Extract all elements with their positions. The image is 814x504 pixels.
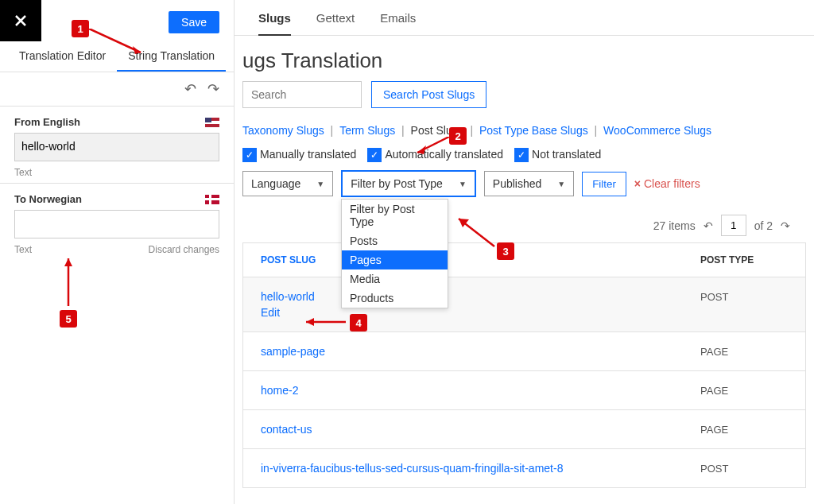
- to-meta: Text Discard changes: [14, 244, 219, 255]
- menu-item-media[interactable]: Media: [342, 269, 448, 289]
- main-tabs: Slugs Gettext Emails: [235, 0, 814, 36]
- checkbox-auto[interactable]: ✓: [367, 148, 382, 162]
- to-norwegian-section: To Norwegian Text Discard changes: [0, 184, 234, 260]
- subtab-taxonomy[interactable]: Taxonomy Slugs: [242, 124, 324, 137]
- post-type-text: PAGE: [700, 424, 728, 436]
- col-type-header: POST TYPE: [700, 254, 788, 266]
- arrow-3-icon: [455, 215, 502, 250]
- menu-item-filter[interactable]: Filter by Post Type: [342, 200, 448, 231]
- slug-link[interactable]: contact-us: [261, 423, 312, 436]
- chevron-down-icon: ▼: [459, 180, 467, 188]
- pagination-page-input[interactable]: [721, 215, 746, 236]
- chevron-down-icon: ▼: [557, 180, 565, 188]
- menu-item-pages[interactable]: Pages: [342, 250, 448, 269]
- close-icon: [14, 14, 27, 27]
- close-button[interactable]: [0, 0, 41, 41]
- flag-no-icon: [205, 195, 219, 204]
- marker-4: 4: [350, 314, 367, 331]
- checkbox-not[interactable]: ✓: [514, 148, 529, 162]
- status-dropdown[interactable]: Published▼: [484, 171, 574, 196]
- arrow-2-icon: [413, 137, 453, 161]
- filter-button[interactable]: Filter: [582, 172, 626, 196]
- discard-changes-link[interactable]: Discard changes: [149, 244, 219, 255]
- pagination-total: of 2: [754, 219, 773, 232]
- table-row[interactable]: home-2 PAGE: [242, 371, 806, 410]
- prev-arrow-icon[interactable]: ↶: [184, 80, 196, 98]
- flag-us-icon: [205, 118, 219, 127]
- post-type-text: PAGE: [700, 385, 728, 397]
- save-button[interactable]: Save: [169, 11, 219, 33]
- slug-link[interactable]: home-2: [261, 384, 298, 397]
- checkbox-not-wrap: ✓Not translated: [514, 148, 601, 162]
- marker-5: 5: [60, 310, 77, 328]
- checkbox-manual-wrap: ✓Manually translated: [242, 148, 356, 162]
- marker-1: 1: [72, 20, 89, 37]
- posttype-dropdown[interactable]: Filter by Post Type▼: [341, 170, 476, 197]
- to-meta-text: Text: [14, 244, 32, 255]
- from-meta-text: Text: [14, 167, 32, 178]
- subtab-posttype[interactable]: Post Type Base Slugs: [479, 124, 588, 137]
- menu-item-products[interactable]: Products: [342, 289, 448, 308]
- from-english-section: From English hello-world Text: [0, 107, 234, 184]
- next-arrow-icon[interactable]: ↷: [207, 80, 219, 98]
- slug-link[interactable]: in-viverra-faucibus-tellus-sed-cursus-qu…: [261, 462, 563, 475]
- subtab-woo[interactable]: WooCommerce Slugs: [603, 124, 711, 137]
- slug-table: POST SLUG POST TYPE hello-world Edit POS…: [235, 242, 814, 488]
- page-title: ugs Translation: [235, 36, 814, 81]
- checkbox-manual[interactable]: ✓: [242, 148, 257, 162]
- arrow-1-icon: [89, 29, 153, 60]
- sidebar: Save Translation Editor String Translati…: [0, 0, 235, 504]
- search-row: Search Post Slugs: [235, 81, 814, 124]
- arrow-5-icon: [64, 254, 73, 310]
- language-dropdown[interactable]: Language▼: [242, 171, 333, 196]
- marker-2: 2: [449, 127, 467, 145]
- subtabs: Taxonomy Slugs | Term Slugs | Post Slugs…: [235, 124, 814, 148]
- to-label: To Norwegian: [14, 193, 82, 205]
- slug-link[interactable]: hello-world: [261, 290, 315, 303]
- tab-emails[interactable]: Emails: [380, 11, 416, 35]
- to-label-row: To Norwegian: [14, 193, 219, 205]
- from-label-row: From English: [14, 116, 219, 128]
- pagination-prev-icon[interactable]: ↶: [704, 219, 713, 232]
- posttype-dropdown-menu: Filter by Post Type Posts Pages Media Pr…: [341, 199, 448, 308]
- checkbox-not-label: Not translated: [532, 148, 601, 161]
- table-head: POST SLUG POST TYPE: [242, 242, 806, 277]
- chevron-down-icon: ▼: [316, 180, 324, 188]
- table-row[interactable]: sample-page PAGE: [242, 332, 806, 371]
- arrow-4-icon: [302, 317, 350, 327]
- status-label: Published: [493, 177, 542, 190]
- main-content: Slugs Gettext Emails ugs Translation Sea…: [235, 0, 814, 504]
- from-meta: Text: [14, 167, 219, 178]
- menu-item-posts[interactable]: Posts: [342, 231, 448, 250]
- from-label: From English: [14, 116, 80, 128]
- tab-gettext[interactable]: Gettext: [316, 11, 355, 35]
- col-slug-header[interactable]: POST SLUG: [261, 254, 700, 266]
- from-english-input[interactable]: hello-world: [14, 133, 219, 161]
- marker-3: 3: [497, 242, 514, 260]
- tab-slugs[interactable]: Slugs: [258, 11, 291, 36]
- post-type-text: POST: [700, 463, 728, 475]
- language-label: Language: [251, 177, 300, 190]
- table-row[interactable]: in-viverra-faucibus-tellus-sed-cursus-qu…: [242, 449, 806, 488]
- nav-arrows: ↶ ↷: [0, 72, 234, 107]
- table-row[interactable]: contact-us PAGE: [242, 410, 806, 449]
- search-input[interactable]: [242, 81, 362, 108]
- posttype-label: Filter by Post Type: [351, 177, 443, 190]
- checkbox-manual-label: Manually translated: [260, 148, 356, 161]
- post-type-text: POST: [700, 291, 728, 303]
- pagination-next-icon[interactable]: ↷: [781, 219, 790, 232]
- search-post-slugs-button[interactable]: Search Post Slugs: [371, 81, 486, 108]
- checkbox-row: ✓Manually translated ✓Automatically tran…: [235, 148, 814, 170]
- pagination-count: 27 items: [653, 219, 696, 232]
- clear-filters-link[interactable]: × Clear filters: [634, 177, 700, 190]
- subtab-term[interactable]: Term Slugs: [339, 124, 395, 137]
- post-type-text: PAGE: [700, 346, 728, 358]
- filter-row: Language▼ Filter by Post Type▼ Published…: [235, 170, 814, 215]
- slug-link[interactable]: sample-page: [261, 345, 325, 358]
- to-norwegian-input[interactable]: [14, 210, 219, 238]
- pagination: 27 items ↶ of 2 ↷: [235, 215, 814, 242]
